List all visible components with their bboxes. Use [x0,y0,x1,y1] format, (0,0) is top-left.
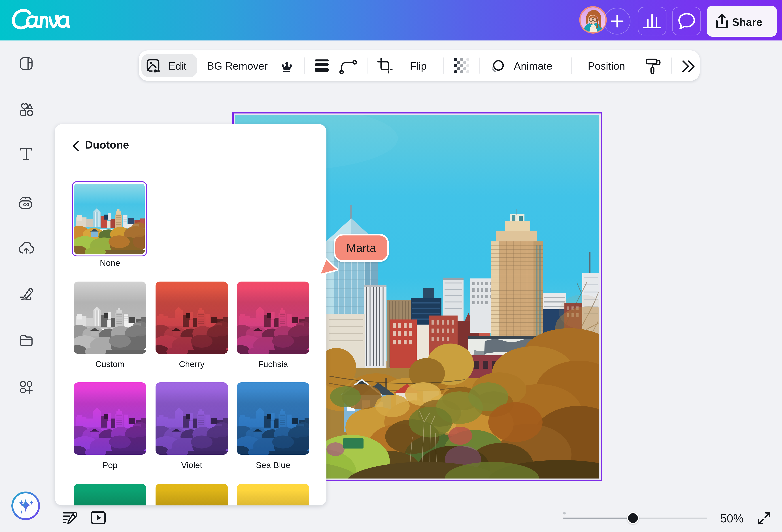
svg-text:co: co [23,201,29,207]
